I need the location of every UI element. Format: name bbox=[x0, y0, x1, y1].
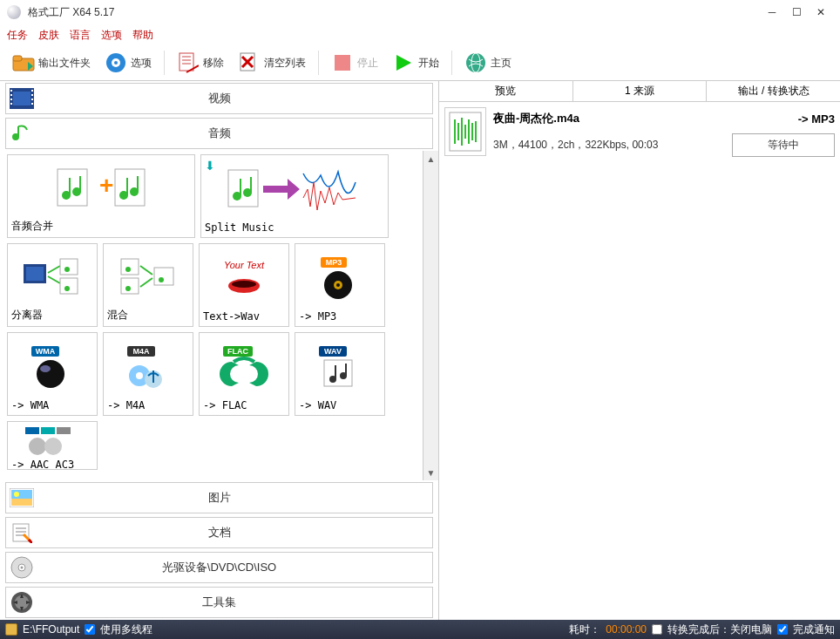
elapsed-label: 耗时： bbox=[569, 622, 600, 637]
tab-source[interactable]: 1 来源 bbox=[573, 81, 708, 101]
multithread-checkbox[interactable] bbox=[85, 624, 95, 635]
app-icon bbox=[7, 5, 21, 19]
start-button[interactable]: 开始 bbox=[387, 49, 444, 77]
tile-splitter[interactable]: 分离器 bbox=[7, 243, 98, 327]
category-picture[interactable]: 图片 bbox=[5, 482, 433, 513]
svg-point-4 bbox=[114, 61, 118, 65]
audio-join-icon: + bbox=[11, 159, 191, 217]
output-folder-button[interactable]: 输出文件夹 bbox=[7, 49, 96, 77]
tile-to-flac[interactable]: FLAC -> FLAC bbox=[199, 332, 289, 416]
tile-to-mp3[interactable]: MP3 -> MP3 bbox=[295, 243, 385, 327]
scroll-up-icon[interactable]: ▲ bbox=[423, 151, 438, 167]
menu-help[interactable]: 帮助 bbox=[132, 28, 153, 43]
clear-label: 清空列表 bbox=[264, 56, 306, 71]
category-document[interactable]: 文档 bbox=[5, 517, 433, 548]
remove-button[interactable]: 移除 bbox=[172, 49, 229, 77]
svg-point-41 bbox=[64, 286, 70, 291]
tile-to-wma[interactable]: WMA -> WMA bbox=[7, 332, 98, 416]
svg-rect-12 bbox=[335, 55, 350, 71]
globe-icon bbox=[464, 51, 487, 74]
splitter-icon bbox=[11, 248, 93, 306]
mix-icon bbox=[107, 248, 189, 306]
notify-checkbox[interactable] bbox=[777, 624, 788, 635]
scrollbar[interactable]: ▲ ▼ bbox=[423, 151, 438, 480]
svg-rect-1 bbox=[13, 56, 22, 61]
svg-rect-37 bbox=[26, 267, 44, 281]
category-tools[interactable]: 工具集 bbox=[5, 587, 433, 618]
m4a-icon: M4A bbox=[107, 336, 189, 398]
category-disc[interactable]: 光驱设备\DVD\CD\ISO bbox=[5, 552, 433, 583]
notify-label: 完成通知 bbox=[793, 622, 835, 637]
svg-rect-51 bbox=[238, 274, 241, 279]
tile-mix-label: 混合 bbox=[107, 306, 189, 323]
remove-label: 移除 bbox=[203, 56, 224, 71]
svg-rect-5 bbox=[180, 53, 193, 71]
svg-rect-40 bbox=[60, 278, 78, 294]
multithread-label: 使用多线程 bbox=[100, 622, 152, 637]
svg-text:MP3: MP3 bbox=[326, 258, 342, 267]
item-meta: 3M，44100，2ch，322Kbps, 00:03 bbox=[493, 138, 732, 153]
tile-to-wma-label: -> WMA bbox=[11, 398, 93, 411]
svg-point-47 bbox=[159, 277, 164, 282]
svg-rect-75 bbox=[41, 427, 55, 434]
category-audio[interactable]: 音频 bbox=[5, 118, 433, 149]
clear-icon bbox=[238, 51, 261, 74]
maximize-button[interactable]: ☐ bbox=[784, 3, 809, 21]
svg-point-13 bbox=[466, 53, 485, 72]
play-icon bbox=[392, 51, 415, 74]
tile-mix[interactable]: 混合 bbox=[103, 243, 193, 327]
category-video[interactable]: 视频 bbox=[5, 83, 433, 114]
tile-to-wav[interactable]: WAV -> WAV bbox=[295, 332, 385, 416]
tile-audio-join[interactable]: + 音频合并 bbox=[7, 154, 195, 238]
menu-skin[interactable]: 皮肤 bbox=[38, 28, 59, 43]
gear-icon bbox=[105, 51, 127, 74]
flac-icon: FLAC bbox=[203, 336, 285, 398]
svg-point-61 bbox=[40, 365, 51, 372]
tile-audio-join-label: 音频合并 bbox=[11, 217, 191, 234]
tab-output[interactable]: 输出 / 转换状态 bbox=[707, 81, 840, 101]
svg-point-77 bbox=[29, 438, 46, 455]
text-wav-icon: Your Text bbox=[203, 248, 285, 309]
tile-to-m4a[interactable]: M4A -> M4A bbox=[103, 332, 193, 416]
category-audio-label: 音频 bbox=[6, 126, 432, 141]
scroll-down-icon[interactable]: ▼ bbox=[423, 465, 438, 480]
svg-rect-74 bbox=[25, 427, 39, 434]
svg-point-43 bbox=[125, 267, 131, 272]
options-button[interactable]: 选项 bbox=[99, 49, 157, 77]
svg-rect-71 bbox=[324, 360, 352, 386]
left-panel: 视频 音频 + 音频合并 ⬇ bbox=[0, 81, 439, 620]
minimize-button[interactable]: ─ bbox=[760, 3, 784, 21]
tile-to-mp3-label: -> MP3 bbox=[299, 309, 381, 323]
download-icon: ⬇ bbox=[205, 159, 215, 173]
stop-label: 停止 bbox=[357, 56, 378, 71]
svg-point-57 bbox=[336, 283, 340, 287]
tab-preview[interactable]: 预览 bbox=[439, 81, 573, 101]
menu-bar: 任务 皮肤 语言 选项 帮助 bbox=[0, 24, 840, 45]
svg-rect-42 bbox=[121, 259, 139, 275]
close-button[interactable]: ✕ bbox=[809, 3, 833, 21]
svg-rect-30 bbox=[115, 169, 145, 206]
output-path[interactable]: E:\FFOutput bbox=[23, 623, 79, 636]
tile-split-music[interactable]: ⬇ Split Music bbox=[200, 154, 389, 238]
home-button[interactable]: 主页 bbox=[459, 49, 517, 77]
menu-language[interactable]: 语言 bbox=[70, 28, 91, 43]
svg-rect-52 bbox=[247, 274, 250, 279]
shutdown-checkbox[interactable] bbox=[652, 624, 662, 635]
svg-rect-26 bbox=[58, 169, 87, 206]
tile-to-m4a-label: -> M4A bbox=[107, 398, 189, 411]
stop-button[interactable]: 停止 bbox=[326, 49, 383, 77]
category-picture-label: 图片 bbox=[6, 490, 432, 506]
svg-point-39 bbox=[64, 267, 70, 272]
menu-options[interactable]: 选项 bbox=[101, 28, 122, 43]
tile-to-aac[interactable]: -> AAC AC3 bbox=[7, 421, 98, 470]
svg-rect-46 bbox=[154, 268, 173, 285]
wma-icon: WMA bbox=[11, 336, 93, 398]
stop-icon bbox=[331, 51, 354, 74]
tile-text-wav[interactable]: Your Text Text->Wav bbox=[199, 243, 289, 327]
options-label: 选项 bbox=[131, 56, 152, 71]
queue-item[interactable]: 夜曲-周杰伦.m4a -> MP3 3M，44100，2ch，322Kbps, … bbox=[439, 102, 840, 162]
clear-button[interactable]: 清空列表 bbox=[233, 49, 311, 77]
category-document-label: 文档 bbox=[6, 525, 432, 540]
menu-task[interactable]: 任务 bbox=[7, 28, 28, 43]
tile-to-aac-label: -> AAC AC3 bbox=[11, 457, 93, 470]
